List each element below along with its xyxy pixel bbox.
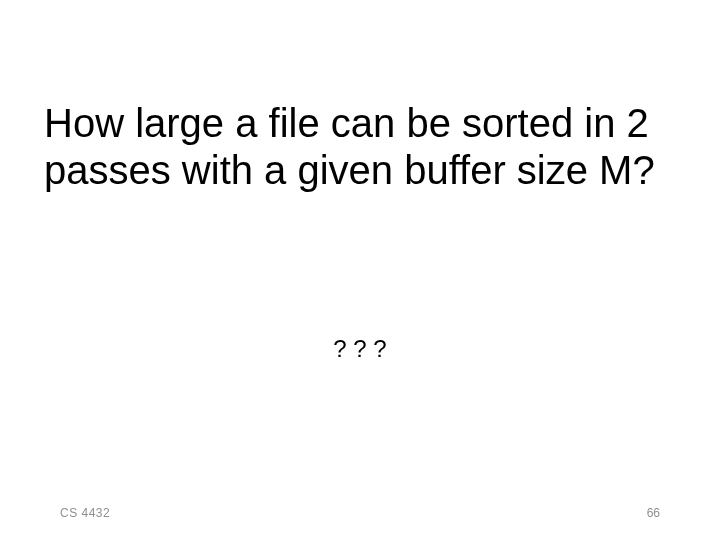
footer-page-number: 66	[647, 506, 660, 520]
slide-title: How large a file can be sorted in 2 pass…	[44, 100, 700, 194]
slide-body-text: ? ? ?	[0, 335, 720, 363]
footer-course-code: CS 4432	[60, 506, 110, 520]
slide: How large a file can be sorted in 2 pass…	[0, 0, 720, 540]
